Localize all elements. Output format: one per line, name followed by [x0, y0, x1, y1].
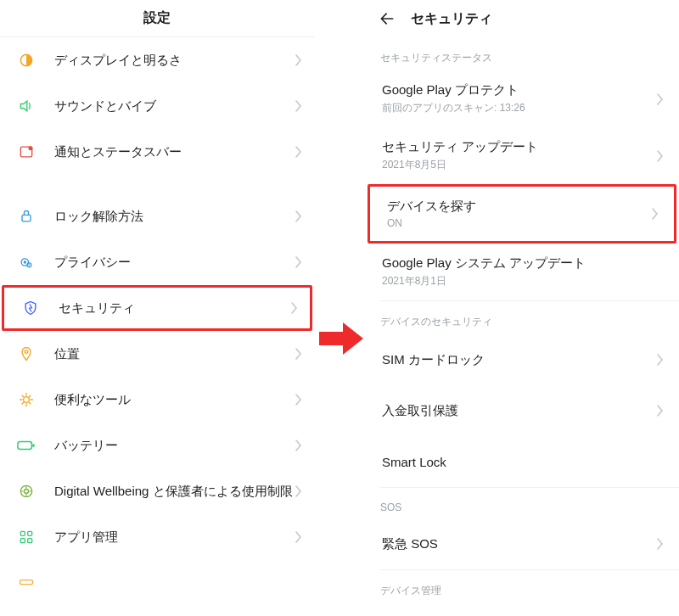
chevron-right-icon	[295, 54, 302, 66]
chevron-right-icon	[295, 256, 302, 268]
chevron-right-icon	[295, 146, 302, 158]
settings-item-privacy[interactable]: プライバシー	[0, 239, 314, 285]
security-item-label: SIM カードロック	[382, 352, 657, 368]
settings-item-wellbeing[interactable]: Digital Wellbeing と保護者による使用制限	[0, 468, 314, 514]
wellbeing-icon	[15, 483, 37, 500]
chevron-right-icon	[657, 150, 664, 162]
security-item-label: セキュリティ アップデート	[382, 139, 657, 155]
settings-item-label: ディスプレイと明るさ	[54, 53, 295, 69]
settings-item-label: Digital Wellbeing と保護者による使用制限	[54, 483, 295, 500]
section-device-sec: デバイスのセキュリティ	[365, 301, 679, 334]
settings-list: ディスプレイと明るさ サウンドとバイブ 通知とステータスバー	[0, 37, 314, 616]
settings-item-label: 位置	[54, 346, 295, 362]
settings-item-location[interactable]: 位置	[0, 331, 314, 377]
chevron-right-icon	[657, 405, 664, 417]
privacy-icon	[15, 254, 37, 271]
settings-item-notif[interactable]: 通知とステータスバー	[0, 129, 314, 175]
arrow-indicator	[314, 0, 365, 616]
location-icon	[15, 345, 37, 362]
section-status: セキュリティステータス	[365, 37, 679, 70]
chevron-right-icon	[657, 354, 664, 366]
settings-item-partial[interactable]	[0, 560, 314, 606]
security-item-sub: 2021年8月1日	[382, 274, 664, 288]
svg-rect-14	[28, 531, 32, 535]
security-item-play-protect[interactable]: Google Play プロテクト 前回のアプリのスキャン: 13:26	[365, 70, 679, 127]
settings-title: 設定	[143, 9, 171, 27]
security-item-find-device[interactable]: デバイスを探す ON	[368, 184, 676, 244]
settings-item-sound[interactable]: サウンドとバイブ	[0, 83, 314, 129]
security-item-smart-lock[interactable]: Smart Lock	[365, 436, 679, 487]
chevron-right-icon	[291, 302, 298, 314]
chevron-right-icon	[657, 93, 664, 105]
chevron-right-icon	[295, 100, 302, 112]
security-list: セキュリティステータス Google Play プロテクト 前回のアプリのスキャ…	[365, 37, 679, 616]
settings-item-battery[interactable]: バッテリー	[0, 423, 314, 468]
settings-item-display[interactable]: ディスプレイと明るさ	[0, 37, 314, 83]
chevron-right-icon	[295, 440, 302, 451]
battery-icon	[15, 440, 37, 451]
security-item-sos[interactable]: 緊急 SOS	[365, 518, 679, 569]
security-title: セキュリティ	[411, 10, 492, 28]
settings-item-label: アプリ管理	[54, 529, 295, 546]
settings-item-label: プライバシー	[54, 255, 295, 271]
chevron-right-icon	[295, 485, 302, 497]
security-item-sim-lock[interactable]: SIM カードロック	[365, 334, 679, 385]
security-item-update[interactable]: セキュリティ アップデート 2021年8月5日	[365, 127, 679, 184]
arrow-left-icon	[379, 10, 396, 27]
svg-rect-15	[20, 539, 25, 543]
settings-item-label: バッテリー	[54, 438, 295, 454]
chevron-right-icon	[295, 210, 302, 222]
notification-icon	[15, 143, 37, 160]
security-panel: セキュリティ セキュリティステータス Google Play プロテクト 前回の…	[365, 0, 679, 616]
brightness-icon	[15, 52, 37, 69]
storage-icon	[15, 579, 37, 587]
lock-icon	[15, 208, 37, 225]
security-item-sub: ON	[387, 217, 652, 229]
security-item-sub: 2021年8月5日	[382, 158, 657, 172]
settings-header: 設定	[0, 0, 314, 37]
shield-icon	[20, 300, 42, 316]
security-header: セキュリティ	[365, 0, 679, 37]
settings-panel: 設定 ディスプレイと明るさ サウンドとバイブ	[0, 0, 314, 616]
section-sos: SOS	[365, 488, 679, 518]
svg-point-7	[25, 350, 28, 354]
section-device-admin: デバイス管理	[365, 570, 679, 598]
chevron-right-icon	[652, 208, 659, 220]
svg-rect-3	[22, 215, 31, 221]
settings-item-tools[interactable]: 便利なツール	[0, 377, 314, 423]
chevron-right-icon	[295, 348, 302, 360]
svg-rect-13	[20, 531, 25, 535]
tools-icon	[15, 391, 37, 408]
security-item-sub: 前回のアプリのスキャン: 13:26	[382, 101, 657, 115]
chevron-right-icon	[657, 538, 664, 550]
security-item-label: デバイスを探す	[387, 199, 652, 215]
svg-rect-16	[28, 539, 32, 543]
security-item-label: 緊急 SOS	[382, 536, 657, 552]
security-item-deposit[interactable]: 入金取引保護	[365, 385, 679, 436]
settings-item-label: 通知とステータスバー	[54, 144, 295, 160]
settings-item-lock[interactable]: ロック解除方法	[0, 193, 314, 239]
settings-item-security[interactable]: セキュリティ	[2, 285, 312, 331]
svg-point-2	[29, 146, 33, 150]
arrow-right-icon	[319, 321, 360, 355]
chevron-right-icon	[295, 394, 302, 406]
settings-item-label: 便利なツール	[54, 392, 295, 408]
settings-item-apps[interactable]: アプリ管理	[0, 514, 314, 560]
apps-icon	[15, 529, 37, 546]
chevron-right-icon	[295, 531, 302, 543]
security-item-label: Smart Lock	[382, 455, 664, 469]
back-button[interactable]	[379, 10, 396, 27]
settings-item-label: ロック解除方法	[54, 209, 295, 225]
svg-point-12	[25, 490, 29, 494]
svg-point-5	[24, 260, 26, 263]
svg-rect-9	[18, 441, 31, 449]
svg-point-8	[24, 397, 30, 403]
sound-icon	[15, 98, 37, 115]
settings-item-label: サウンドとバイブ	[54, 98, 295, 115]
security-item-label: Google Play プロテクト	[382, 82, 657, 98]
svg-rect-17	[20, 580, 33, 585]
security-item-play-system[interactable]: Google Play システム アップデート 2021年8月1日	[365, 244, 679, 300]
settings-item-label: セキュリティ	[59, 300, 291, 316]
svg-rect-10	[32, 444, 34, 447]
security-item-label: 入金取引保護	[382, 403, 657, 419]
